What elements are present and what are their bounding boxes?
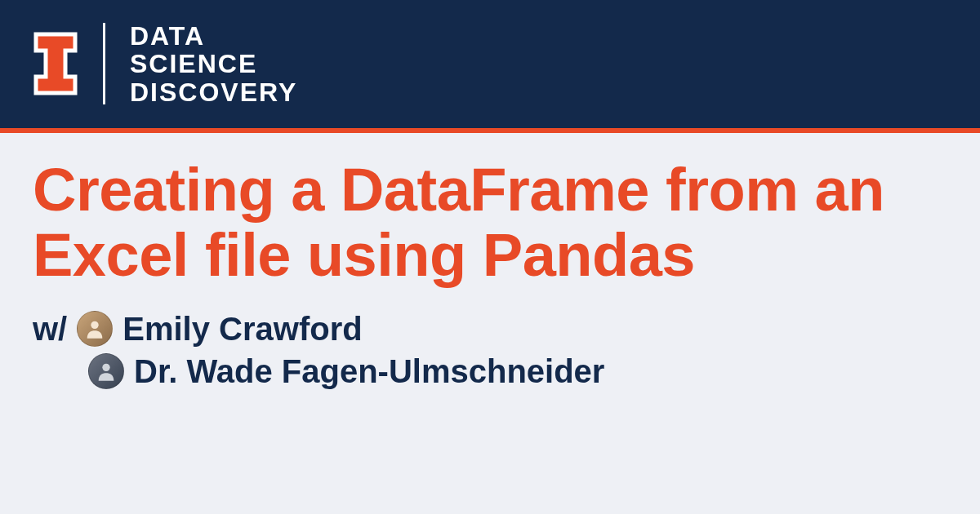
avatar-icon	[88, 353, 124, 389]
vertical-divider	[103, 23, 105, 104]
author-row: Dr. Wade Fagen-Ulmschneider	[33, 350, 947, 392]
header-bar: DATA SCIENCE DISCOVERY	[0, 0, 980, 133]
wordmark-line: SCIENCE	[130, 50, 297, 78]
author-list: w/ Emily Crawford Dr. Wade Fagen-Ulmschn…	[33, 308, 947, 392]
illinois-block-i-logo	[33, 31, 78, 96]
wordmark-line: DATA	[130, 22, 297, 51]
brand-wordmark: DATA SCIENCE DISCOVERY	[130, 22, 297, 107]
author-name: Dr. Wade Fagen-Ulmschneider	[134, 350, 604, 392]
svg-point-1	[102, 363, 109, 370]
wordmark-line: DISCOVERY	[130, 78, 297, 107]
author-row: w/ Emily Crawford	[33, 308, 947, 350]
logo-block: DATA SCIENCE DISCOVERY	[33, 22, 297, 107]
page-title: Creating a DataFrame from an Excel file …	[33, 157, 947, 288]
content-area: Creating a DataFrame from an Excel file …	[0, 133, 980, 392]
svg-point-0	[91, 321, 99, 328]
author-prefix: w/	[33, 308, 67, 350]
author-name: Emily Crawford	[122, 308, 362, 350]
avatar-icon	[77, 311, 113, 347]
